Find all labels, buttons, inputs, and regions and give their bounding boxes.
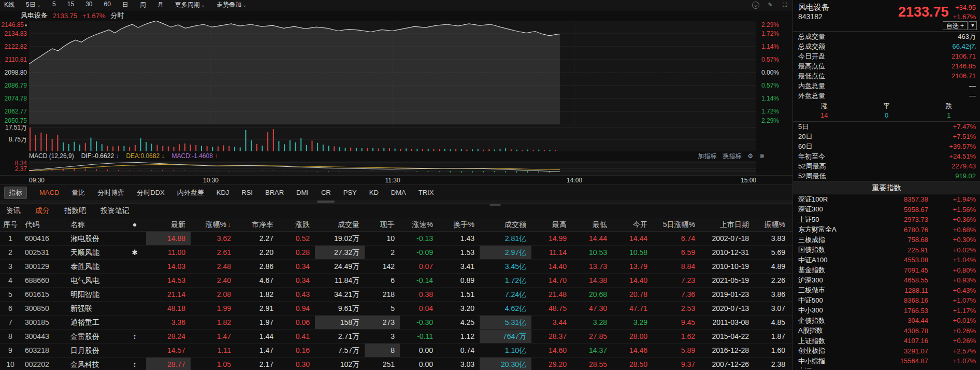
toolbar-item-15[interactable]: 15 — [67, 1, 74, 9]
cell-low: 14.44 — [572, 232, 612, 245]
content-tab-成分[interactable]: 成分 — [35, 206, 50, 216]
toolbar-item-30[interactable]: 30 — [85, 1, 92, 9]
volume-plot-area[interactable] — [29, 124, 756, 151]
header-turnover[interactable]: 换手% — [438, 218, 480, 231]
index-row[interactable]: 上证502973.73+0.36% — [793, 215, 980, 225]
header-low[interactable]: 最低 — [572, 218, 612, 231]
indicator-tab-分时博弈[interactable]: 分时博弈 — [97, 188, 124, 197]
content-tab-指数吧[interactable]: 指数吧 — [64, 206, 86, 216]
table-row[interactable]: 9603218日月股份14.571.111.470.167.57万80.000.… — [0, 344, 792, 358]
table-scrollbar-thumb[interactable] — [489, 204, 501, 206]
header-open[interactable]: 今开 — [612, 218, 653, 231]
scrollbar-thumb[interactable] — [317, 201, 335, 203]
volume-chart[interactable]: 17.51万8.75万 — [0, 124, 792, 151]
toolbar-item-周[interactable]: 周 — [140, 1, 146, 9]
index-row[interactable]: 三板做市1288.11+0.43% — [793, 286, 980, 296]
table-row[interactable]: 6300850新强联48.181.992.910.949.61万50.043.2… — [0, 302, 792, 316]
indicator-tab-TRIX[interactable]: TRIX — [419, 189, 434, 196]
index-row[interactable]: 中小综指15564.87+1.07% — [793, 356, 980, 366]
table-row[interactable]: 5601615明阳智能21.142.081.820.4334.21万2180.3… — [0, 288, 792, 302]
header-amplitude[interactable]: 振幅% — [754, 218, 790, 231]
indicator-tab-BRAR[interactable]: BRAR — [265, 189, 284, 196]
cell-ipo-date: 2010-10-19 — [700, 260, 754, 273]
index-row[interactable]: 上证18010213.38+0.53% — [793, 366, 980, 369]
header-change[interactable]: 涨跌 — [279, 218, 315, 231]
toolbar-item-走势叠加[interactable]: 走势叠加⌄ — [217, 1, 247, 9]
index-row[interactable]: 企债指数304.44+0.01% — [793, 316, 980, 326]
table-row[interactable]: 7300185通裕重工3.361.821.970.06158万273-0.304… — [0, 316, 792, 330]
header-5d-change[interactable]: 5日涨幅% — [653, 218, 700, 231]
gear-icon[interactable]: ⚙ — [747, 152, 753, 160]
toolbar-item-更多周期[interactable]: 更多周期⌄ — [175, 1, 205, 9]
header-volume[interactable]: 成交量 — [315, 218, 365, 231]
indicator-tab-内外盘差[interactable]: 内外盘差 — [177, 188, 204, 197]
toolbar-item-5日[interactable]: 5日⌄ — [26, 1, 41, 9]
indicator-tab-MACD[interactable]: MACD — [39, 189, 59, 196]
header-pct-change[interactable]: 涨幅%↓ — [191, 218, 236, 231]
toolbar-item-5[interactable]: 5 — [52, 1, 56, 9]
header-last[interactable]: 最新 — [146, 218, 191, 231]
header-ipo-date[interactable]: 上市日期 — [700, 218, 754, 231]
header-pb-ratio[interactable]: 市净率 — [236, 218, 279, 231]
history-circle-icon[interactable]: ⌄ — [752, 2, 759, 9]
draw-icon[interactable]: ✎ — [767, 2, 774, 9]
table-row[interactable]: 10002202金风科技↕28.771.052.170.30102万2510.0… — [0, 358, 792, 370]
indicator-tab-DMA[interactable]: DMA — [391, 189, 406, 196]
action-换指标[interactable]: 换指标 — [723, 152, 741, 161]
table-row[interactable]: 3300129泰胜风能14.032.482.860.3424.49万1420.0… — [0, 260, 792, 274]
content-tab-资讯[interactable]: 资讯 — [6, 206, 21, 216]
index-row[interactable]: 三板成指758.68+0.30% — [793, 235, 980, 245]
index-row[interactable]: 创业板指3291.07+2.57% — [793, 346, 980, 357]
index-row[interactable]: 中证5008368.16+1.07% — [793, 295, 980, 306]
indicator-tab-CR[interactable]: CR — [321, 189, 331, 196]
indicator-tab-分时DDX[interactable]: 分时DDX — [137, 188, 164, 197]
index-row[interactable]: 东方财富全A6780.76+0.68% — [793, 225, 980, 235]
header-amount[interactable]: 成交额 — [480, 218, 531, 231]
toolbar-item-60[interactable]: 60 — [104, 1, 111, 9]
index-row[interactable]: 基金指数7091.45+0.80% — [793, 265, 980, 276]
index-value: 2973.73 — [872, 216, 928, 223]
action-加指标[interactable]: 加指标 — [698, 152, 716, 161]
header-code[interactable]: 代码 — [21, 218, 66, 231]
indicator-tab-RSI[interactable]: RSI — [241, 189, 253, 196]
indicator-tab-KD[interactable]: KD — [369, 189, 379, 196]
price-chart[interactable]: 2146.852134.832122.822110.812098.802086.… — [0, 21, 792, 124]
index-row[interactable]: 中证A1004553.08+1.04% — [793, 255, 980, 265]
header-high[interactable]: 最高 — [531, 218, 572, 231]
toolbar-item-K线[interactable]: K线 — [4, 1, 15, 9]
index-row[interactable]: 深证100R8357.38+1.94% — [793, 194, 980, 205]
header-marker[interactable]: ● — [123, 218, 146, 231]
indicator-tab-指标[interactable]: 指标 — [4, 187, 27, 199]
indicator-tab-PSY[interactable]: PSY — [343, 189, 357, 196]
macd-plot-area[interactable] — [29, 161, 756, 175]
header-lot[interactable]: 现手 — [365, 218, 400, 231]
index-row[interactable]: 国债指数225.91+0.02% — [793, 245, 980, 255]
toolbar-item-日[interactable]: 日 — [122, 1, 128, 9]
table-row[interactable]: 2002531天顺风能✱11.002.612.200.2827.32万2-0.0… — [0, 246, 792, 260]
axis-label: 2.29% — [761, 21, 779, 29]
table-row[interactable]: 4688660电气风电14.532.404.670.3411.84万6-0.14… — [0, 274, 792, 288]
axis-label: 1.72% — [761, 30, 779, 37]
fullscreen-icon[interactable]: ⛶ — [781, 2, 788, 9]
index-row[interactable]: 中小3001766.53+1.17% — [793, 306, 980, 316]
indicator-tab-DMI[interactable]: DMI — [296, 189, 309, 196]
indicator-tab-量比[interactable]: 量比 — [71, 188, 85, 197]
header-index[interactable]: 序号 — [0, 218, 21, 231]
index-row[interactable]: 沪深3004658.55+0.93% — [793, 275, 980, 286]
header-speed[interactable]: 涨速% — [400, 218, 438, 231]
close-icon[interactable]: ⊗ — [759, 152, 765, 160]
table-row[interactable]: 1600416湘电股份14.883.622.270.5219.02万10-0.1… — [0, 232, 792, 246]
index-row[interactable]: A股指数4306.78+0.26% — [793, 326, 980, 336]
add-watchlist-button[interactable]: 自选 + — [943, 21, 968, 30]
period-value: 919.02 — [955, 172, 976, 180]
table-row[interactable]: 8300443金雷股份↕28.241.471.440.412.71万3-0.11… — [0, 330, 792, 344]
header-name[interactable]: 名称 — [66, 218, 123, 231]
index-row[interactable]: 上证指数4107.16+0.26% — [793, 336, 980, 346]
watchlist-dropdown-button[interactable]: ▼ — [969, 21, 977, 30]
price-plot-area[interactable] — [29, 21, 756, 124]
content-tab-投资笔记[interactable]: 投资笔记 — [100, 206, 129, 216]
index-row[interactable]: 深证3005958.67+1.56% — [793, 205, 980, 215]
indicator-tab-KDJ[interactable]: KDJ — [217, 189, 229, 196]
macd-chart[interactable]: 8.342.37 — [0, 161, 792, 175]
toolbar-item-月[interactable]: 月 — [157, 1, 164, 9]
